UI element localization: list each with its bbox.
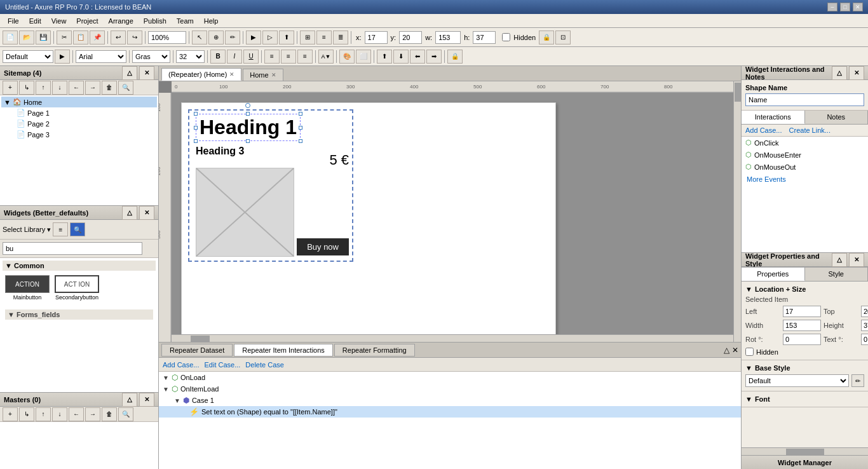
align-right-btn[interactable]: ≡ (297, 50, 313, 64)
properties-close-btn[interactable]: ✕ (849, 253, 864, 267)
more-events-link[interactable]: More Events (747, 175, 786, 183)
onitemload-event[interactable]: ▼ ⬡ OnItemLoad (159, 383, 741, 395)
new-button[interactable]: 📄 (3, 31, 18, 44)
heading1-element[interactable]: Heading 1 (196, 114, 301, 141)
fill-color-btn[interactable]: 🎨 (339, 50, 355, 64)
redo-button[interactable]: ↪ (127, 31, 142, 44)
sitemap-close-btn[interactable]: ✕ (139, 66, 154, 80)
bottom-close-btn[interactable]: ✕ (732, 346, 738, 355)
masters-delete-btn[interactable]: 🗑 (102, 407, 117, 421)
sitemap-right-btn[interactable]: → (85, 81, 100, 95)
base-style-select[interactable]: Default (745, 374, 849, 387)
play-button[interactable]: ▶ (246, 31, 261, 44)
repeater-frame[interactable]: Heading 1 (188, 109, 353, 262)
lock-pos-btn[interactable]: 🔒 (447, 50, 463, 64)
bottom-expand-btn[interactable]: △ (724, 346, 729, 355)
sitemap-add-btn[interactable]: + (3, 81, 18, 95)
interactions-add-case-link[interactable]: Add Case... (745, 126, 782, 134)
handle-bl[interactable] (194, 139, 198, 143)
widgets-close-btn[interactable]: ✕ (139, 206, 154, 220)
underline-button[interactable]: U (243, 50, 259, 64)
tab-repeater-home[interactable]: (Repeater) (Home) ✕ (161, 68, 241, 81)
properties-expand-btn[interactable]: △ (832, 253, 847, 267)
base-style-edit-btn[interactable]: ✏ (851, 374, 864, 387)
add-case-link[interactable]: Add Case... (163, 361, 199, 369)
handle-ml[interactable] (194, 126, 198, 130)
pos-btn1[interactable]: ⬆ (377, 50, 392, 64)
font-family-select[interactable]: Arial (76, 50, 126, 63)
widget-manager-bar[interactable]: Widget Manager (742, 455, 868, 469)
handle-tl[interactable] (194, 112, 198, 116)
menu-publish[interactable]: Publish (139, 16, 172, 26)
menu-arrange[interactable]: Arrange (104, 16, 139, 26)
tab-interactions[interactable]: Interactions (742, 111, 805, 124)
widget-mainbutton[interactable]: ACTION Mainbutton (5, 275, 50, 301)
sitemap-item-page3[interactable]: 📄 Page 3 (1, 129, 157, 140)
align-btn1[interactable]: ⊞ (300, 31, 315, 44)
align-left-btn[interactable]: ≡ (264, 50, 280, 64)
rotate-handle[interactable] (245, 103, 250, 108)
page-nav-btn[interactable]: ▶ (55, 50, 70, 64)
case1-item[interactable]: ▼ ⬢ Case 1 (159, 395, 741, 406)
text-rot-input[interactable] (861, 334, 868, 345)
sitemap-expand-btn[interactable]: △ (122, 66, 137, 80)
coord-x-input[interactable]: 17 (365, 31, 388, 44)
masters-down-btn[interactable]: ↓ (52, 407, 67, 421)
top-input[interactable] (861, 306, 868, 317)
coord-h-input[interactable]: 37 (473, 31, 496, 44)
masters-add-child-btn[interactable]: ↳ (19, 407, 34, 421)
hidden-checkbox[interactable] (502, 33, 510, 41)
tab-home[interactable]: Home ✕ (243, 69, 283, 81)
menu-view[interactable]: View (46, 16, 72, 26)
tab-properties[interactable]: Properties (742, 268, 805, 281)
masters-search-btn[interactable]: 🔍 (118, 407, 133, 421)
masters-add-btn[interactable]: + (3, 407, 18, 421)
handle-tc[interactable] (246, 112, 250, 116)
border-color-btn[interactable]: ⬜ (356, 50, 371, 64)
handle-br[interactable] (299, 139, 302, 143)
menu-file[interactable]: File (3, 16, 24, 26)
tab-repeater-close[interactable]: ✕ (229, 71, 234, 78)
bold-button[interactable]: B (210, 50, 226, 64)
maximize-button[interactable]: □ (840, 3, 850, 11)
italic-button[interactable]: I (227, 50, 242, 64)
font-color-btn[interactable]: A▼ (318, 50, 334, 64)
draw-tool[interactable]: ✏ (225, 31, 240, 44)
menu-project[interactable]: Project (71, 16, 103, 26)
widgets-expand-btn[interactable]: △ (122, 206, 137, 220)
canvas-vscroll[interactable] (733, 81, 741, 342)
edit-case-link[interactable]: Edit Case... (204, 361, 240, 369)
handle-bc[interactable] (246, 139, 250, 143)
buy-button[interactable]: Buy now (297, 238, 349, 255)
onmouseenter-event[interactable]: ⬡ OnMouseEnter (742, 149, 868, 161)
sitemap-item-page1[interactable]: 📄 Page 1 (1, 107, 157, 118)
interactions-expand-btn[interactable]: △ (832, 66, 847, 80)
height-input[interactable] (861, 320, 868, 331)
pos-btn2[interactable]: ⬇ (393, 50, 409, 64)
sitemap-search-btn[interactable]: 🔍 (118, 81, 133, 95)
open-button[interactable]: 📂 (19, 31, 34, 44)
minimize-button[interactable]: – (827, 3, 837, 11)
font-weight-select[interactable]: Gras (132, 50, 170, 63)
tab-style[interactable]: Style (805, 268, 869, 281)
close-button[interactable]: ✕ (853, 3, 863, 11)
heading3-element[interactable]: Heading 3 (196, 146, 244, 157)
masters-expand-btn[interactable]: △ (122, 393, 137, 407)
select-tool[interactable]: ↖ (192, 31, 207, 44)
sitemap-delete-btn[interactable]: 🗑 (102, 81, 117, 95)
price-element[interactable]: 5 € (329, 152, 349, 168)
widget-secondarybutton[interactable]: ACT ION Secondarybutton (55, 275, 99, 301)
tab-notes[interactable]: Notes (805, 111, 869, 124)
tab-repeater-item-interactions[interactable]: Repeater Item Interactions (234, 344, 333, 357)
align-center-btn[interactable]: ≡ (281, 50, 296, 64)
paste-button[interactable]: 📌 (90, 31, 105, 44)
delete-case-link[interactable]: Delete Case (245, 361, 284, 369)
onload-event[interactable]: ▼ ⬡ OnLoad (159, 372, 741, 383)
align-btn2[interactable]: ≡ (316, 31, 332, 44)
sitemap-up-btn[interactable]: ↑ (36, 81, 51, 95)
left-input[interactable] (783, 306, 821, 317)
connect-tool[interactable]: ⊕ (208, 31, 224, 44)
copy-button[interactable]: 📋 (73, 31, 88, 44)
align-btn3[interactable]: ≣ (333, 31, 348, 44)
masters-left-btn[interactable]: ← (69, 407, 84, 421)
